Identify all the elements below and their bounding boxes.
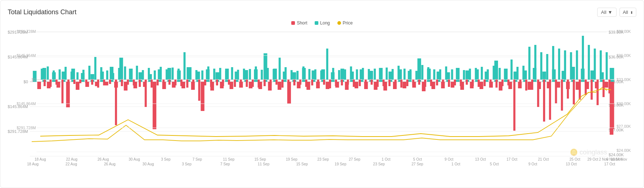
svg-text:$30.00K: $30.00K [617,101,631,106]
legend-short: Short [291,20,307,26]
dropdown-all-2[interactable]: All ⬍ [619,8,636,17]
bar-long [76,72,79,80]
legend-short-dot [291,21,295,25]
svg-text:$145.864M: $145.864M [16,53,36,58]
bar-short [596,80,599,105]
bar-long [160,67,162,80]
svg-text:$145.864M: $145.864M [16,101,36,106]
chart-area: $291.728M $145.864M $0 $145.864M $291.72… [8,28,636,171]
bar-short [585,80,587,95]
bar-short [394,80,397,85]
bar-short [299,80,302,85]
chevron-down-icon: ▼ [608,9,613,15]
bar-short [377,80,379,87]
bar-long [88,66,90,80]
svg-text:$291.728M: $291.728M [16,126,36,130]
bar-long [47,66,49,80]
bar-long [564,50,566,80]
x-axis-label: 1 Oct [382,157,390,161]
bar-short [591,80,593,100]
bar-short [85,80,87,83]
chart-legend: Short Long Price [8,20,636,26]
bar-long [421,65,423,80]
x-axis-label: 9 Oct [445,157,453,161]
main-chart-svg: $291.728M $145.864M $0 $145.864M $291.72… [8,28,636,167]
x-axis-label: 7 Sep [192,157,202,161]
bar-short [210,80,212,87]
bar-short [270,80,272,85]
x-axis-label: 5 Oct [413,157,422,161]
x-axis-label: 21 Oct [538,157,549,161]
bar-short [537,80,539,107]
bar-long [606,52,608,80]
bar-long [368,69,370,80]
bar-long [404,69,406,80]
bar-short [382,80,385,86]
bar-long [273,69,275,80]
bar-short [252,80,254,87]
bar-long [243,69,245,80]
bar-long [237,70,239,80]
bar-long [558,49,560,80]
bar-long [231,67,233,80]
bar-long [130,69,132,80]
bar-short [353,80,355,87]
bar-long [41,69,43,80]
bar-short [198,80,201,101]
bar-long [201,70,203,80]
bar-short [609,80,611,93]
bar-short [127,80,129,85]
bar-long [326,49,328,80]
bar-long [82,70,85,80]
bar-long [142,70,144,80]
bar-short [478,80,480,87]
bar-short [317,80,319,86]
bar-long [516,67,518,80]
bar-short [133,80,135,85]
bar-short [335,80,337,86]
bar-short [371,80,373,85]
bar-short [567,80,569,99]
bar-short [67,80,70,88]
legend-price-dot [337,21,341,25]
bar-short [186,80,188,88]
bar-long [106,70,108,80]
bar-short [412,80,415,85]
bar-short [79,80,82,83]
bar-long [397,66,400,80]
bar-long [582,36,584,80]
bar-long [291,70,293,80]
bar-short [603,80,605,97]
dropdown-all-1[interactable]: All ▼ [597,8,617,17]
x-axis-label: 18 Aug [34,157,46,161]
bar-long [546,54,548,80]
bar-short [484,80,486,86]
bar-short [472,80,474,86]
bar-long [528,47,531,80]
bar-long [594,49,596,80]
svg-text:$291.728M: $291.728M [16,29,36,34]
bar-short [400,80,402,88]
bar-short [263,80,266,86]
bar-long [195,70,198,80]
bar-long [166,69,168,80]
bar-long [100,67,102,80]
bar-long [261,70,263,80]
bar-long [267,68,269,80]
bar-long [487,69,489,80]
bar-short [97,80,99,88]
bar-short [234,80,236,87]
x-axis-label: 15 Sep [254,157,266,161]
bar-short [329,80,331,88]
bar-long [481,67,483,80]
x-axis-label: 19 Sep [286,157,297,161]
bar-short [293,80,296,85]
chart-header: Total Liquidations Chart All ▼ All ⬍ [8,8,636,17]
bar-long [320,70,322,80]
bar-long [154,70,156,80]
bar-long [576,50,578,80]
bar-long [374,69,376,80]
bar-short [573,80,575,104]
bar-short [501,80,503,86]
bar-short [162,80,165,86]
